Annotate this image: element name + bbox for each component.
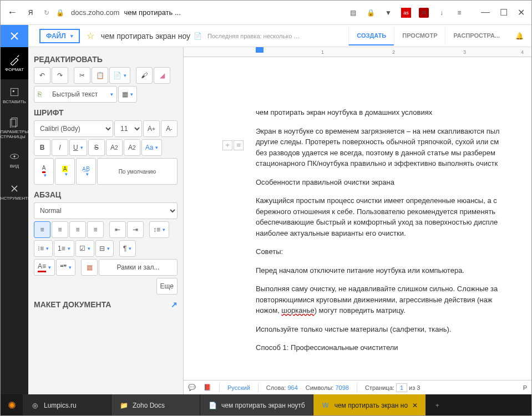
- taskbar: ✺ ◎ Lumpics.ru 📁 Zoho Docs 📄 чем протира…: [1, 394, 531, 416]
- paste-button[interactable]: 📄▾: [109, 67, 130, 84]
- yandex-logo[interactable]: Я: [24, 6, 37, 19]
- external-link-icon[interactable]: ↗: [171, 300, 178, 309]
- url-domain: docs.zoho.com: [71, 8, 119, 17]
- more-button[interactable]: Еще: [156, 278, 178, 295]
- cut-button[interactable]: ✂: [74, 67, 90, 84]
- close-app-button[interactable]: [1, 25, 28, 47]
- taskbar-tab[interactable]: 📁 Zoho Docs: [112, 394, 200, 416]
- page-number-input[interactable]: 1: [396, 383, 407, 392]
- line-spacing-button[interactable]: ↕≡▾: [149, 221, 169, 238]
- lock-icon: 🔒: [56, 9, 64, 17]
- reload-icon[interactable]: ↻: [44, 9, 49, 17]
- maximize-button[interactable]: ☐: [500, 7, 508, 18]
- bullet-list-button[interactable]: ⁝≡▾: [34, 240, 53, 257]
- subscript-button[interactable]: A2: [124, 139, 140, 156]
- document-page[interactable]: + ≡ чем протирать экран ноутбука в домаш…: [184, 57, 531, 394]
- fields-button[interactable]: ▦▾: [118, 86, 137, 103]
- language-button[interactable]: Русский: [227, 384, 250, 391]
- taskbar-tab-active[interactable]: W чем протирать экран но ✕: [313, 394, 426, 416]
- copy-button[interactable]: 📋: [92, 67, 108, 84]
- adblock-icon[interactable]: 20: [419, 8, 429, 18]
- text-case-button[interactable]: Aa▾: [141, 139, 163, 156]
- lastfm-icon[interactable]: as: [401, 8, 411, 18]
- align-right-button[interactable]: ≡: [69, 221, 86, 238]
- ruler[interactable]: 1 2 3 4: [184, 47, 531, 57]
- margin-plus-icon[interactable]: +: [222, 140, 232, 150]
- quick-text-button[interactable]: ⎘ Быстрый текст ▾: [34, 86, 117, 103]
- font-size-select[interactable]: 11: [114, 120, 142, 137]
- margin-lines-icon[interactable]: ≡: [234, 140, 244, 150]
- decrease-font-button[interactable]: A-: [161, 120, 178, 137]
- outdent-button[interactable]: ⇤: [109, 221, 126, 238]
- downloads-icon[interactable]: ↓: [437, 8, 447, 18]
- margin-handles[interactable]: + ≡: [222, 140, 244, 150]
- browser-extensions: ▤ 🔒 ▼ as 20 ↓ ≡: [348, 8, 464, 18]
- rail-view[interactable]: ВИД: [1, 144, 28, 176]
- shading-button[interactable]: A≡▾: [34, 259, 55, 276]
- increase-font-button[interactable]: A+: [143, 120, 160, 137]
- left-rail: ФОРМАТ ВСТАВИТЬ ПАРАМЕТРЫ СТРАНИЦЫ ВИД И…: [1, 47, 28, 394]
- multilevel-list-button[interactable]: ⊟▾: [95, 240, 114, 257]
- tab-share[interactable]: РАСПРОСТРА...: [445, 27, 508, 45]
- text-direction-button[interactable]: ¶▾: [119, 240, 136, 257]
- ruler-indent-marker[interactable]: [256, 47, 264, 53]
- notifications-icon[interactable]: 🔔: [508, 32, 531, 40]
- reader-icon[interactable]: 🔒: [366, 8, 376, 18]
- back-button[interactable]: ←: [7, 7, 17, 18]
- url-bar[interactable]: docs.zoho.com чем протирать ...: [71, 4, 341, 21]
- italic-button[interactable]: I: [52, 139, 68, 156]
- align-justify-button[interactable]: ≡: [87, 221, 104, 238]
- translate-icon[interactable]: ▼: [383, 8, 393, 18]
- borders-button[interactable]: Рамки и зал...: [99, 259, 178, 276]
- toolbox-panel: РЕДАКТИРОВАТЬ ↶ ↷ ✂ 📋 📄▾ 🖌 ◢ ⎘ Быстрый т…: [28, 47, 184, 394]
- doc-title[interactable]: чем протирать экран ноу: [101, 32, 190, 40]
- close-tab-icon[interactable]: ✕: [412, 402, 418, 409]
- new-tab-button[interactable]: +: [426, 402, 448, 409]
- check-list-button[interactable]: ☑▾: [75, 240, 94, 257]
- default-font-button[interactable]: По умолчанию: [97, 158, 178, 185]
- bookmarks-icon[interactable]: ▤: [348, 8, 358, 18]
- minimize-button[interactable]: —: [481, 7, 490, 18]
- file-menu-button[interactable]: ФАЙЛ ▾: [39, 29, 80, 43]
- rail-insert[interactable]: ВСТАВИТЬ: [1, 79, 28, 111]
- page-label: Страница: 1 из 3: [365, 384, 420, 391]
- align-center-button[interactable]: ≡: [52, 221, 68, 238]
- highlight-button[interactable]: A▾: [55, 158, 75, 185]
- para-style-select[interactable]: Normal: [34, 202, 178, 219]
- menu-icon[interactable]: ≡: [454, 8, 464, 18]
- bold-button[interactable]: B: [34, 139, 50, 156]
- svg-point-1: [13, 90, 14, 92]
- comment-icon[interactable]: 💬: [188, 384, 196, 391]
- underline-button[interactable]: U▾: [69, 139, 87, 156]
- quote-button[interactable]: ❝❞▾: [56, 259, 75, 276]
- number-list-button[interactable]: 1≡▾: [54, 240, 74, 257]
- close-window-button[interactable]: ✕: [518, 7, 525, 18]
- font-color-button[interactable]: A▾: [34, 158, 54, 185]
- star-icon[interactable]: ☆: [87, 31, 94, 41]
- spelling-error[interactable]: шорканье: [281, 306, 314, 314]
- app-header: ФАЙЛ ▾ ☆ чем протирать экран ноу 📄 После…: [1, 25, 531, 47]
- superscript-button[interactable]: A2: [106, 139, 123, 156]
- main-area: ФОРМАТ ВСТАВИТЬ ПАРАМЕТРЫ СТРАНИЦЫ ВИД И…: [1, 47, 531, 394]
- strikethrough-button[interactable]: S: [88, 139, 105, 156]
- start-button[interactable]: ✺: [1, 394, 23, 416]
- format-painter-button[interactable]: 🖌: [136, 67, 153, 84]
- spellcheck-icon[interactable]: 📕: [204, 384, 211, 391]
- font-name-select[interactable]: Calibri (Body): [34, 120, 113, 137]
- rail-page[interactable]: ПАРАМЕТРЫ СТРАНИЦЫ: [1, 111, 28, 144]
- redo-button[interactable]: ↷: [52, 67, 68, 84]
- tab-create[interactable]: СОЗДАТЬ: [348, 27, 394, 45]
- indent-button[interactable]: ⇥: [127, 221, 144, 238]
- char-spacing-button[interactable]: A͟B▾: [76, 158, 96, 185]
- rail-format[interactable]: ФОРМАТ: [1, 47, 28, 79]
- edit-section-title: РЕДАКТИРОВАТЬ: [34, 55, 178, 64]
- tab-view[interactable]: ПРОСМОТР: [394, 27, 445, 45]
- doc-paragraph: Выполняя саму очистку, не надавливайте с…: [256, 283, 531, 316]
- taskbar-tab[interactable]: 📄 чем протирать экран ноутб: [200, 394, 313, 416]
- align-left-button[interactable]: ≡: [34, 221, 50, 238]
- clear-format-button[interactable]: ◢: [154, 67, 170, 84]
- borders-icon-button[interactable]: ▦: [81, 259, 98, 276]
- rail-tools[interactable]: ИНСТРУМЕНТЫ: [1, 176, 28, 208]
- undo-button[interactable]: ↶: [34, 67, 50, 84]
- taskbar-tab[interactable]: ◎ Lumpics.ru: [23, 394, 112, 416]
